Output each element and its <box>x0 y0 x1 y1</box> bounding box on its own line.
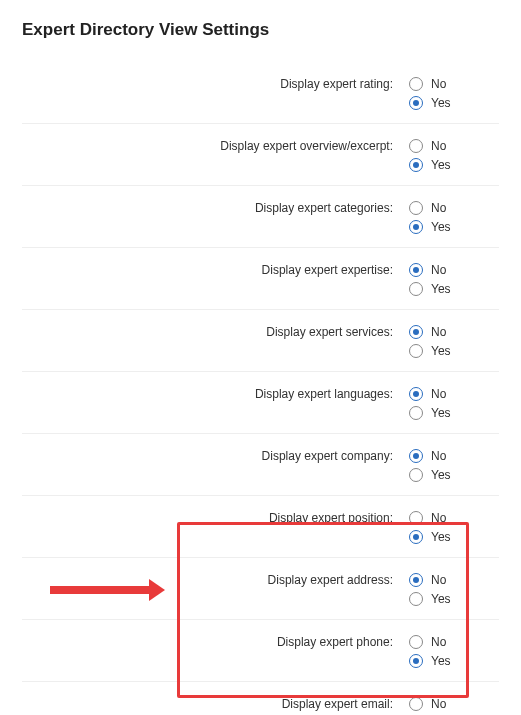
radio-label: Yes <box>431 342 451 360</box>
radio-label: No <box>431 695 446 713</box>
radio-option-no[interactable]: No <box>409 385 499 403</box>
page-title: Expert Directory View Settings <box>22 20 499 40</box>
radio-label: No <box>431 571 446 589</box>
radio-icon[interactable] <box>409 158 423 172</box>
setting-row-overview: Display expert overview/excerpt:NoYes <box>22 123 499 185</box>
radio-option-no[interactable]: No <box>409 695 499 713</box>
radio-label: Yes <box>431 590 451 608</box>
radio-icon[interactable] <box>409 406 423 420</box>
setting-options: NoYes <box>409 447 499 485</box>
radio-option-yes[interactable]: Yes <box>409 528 499 546</box>
radio-icon[interactable] <box>409 96 423 110</box>
radio-option-no[interactable]: No <box>409 447 499 465</box>
setting-label: Display expert address: <box>22 571 409 587</box>
setting-row-email: Display expert email:NoYes <box>22 681 499 715</box>
setting-label: Display expert overview/excerpt: <box>22 137 409 153</box>
setting-label: Display expert expertise: <box>22 261 409 277</box>
setting-options: NoYes <box>409 385 499 423</box>
radio-icon[interactable] <box>409 263 423 277</box>
settings-container: Expert Directory View Settings Display e… <box>0 0 521 715</box>
setting-options: NoYes <box>409 137 499 175</box>
radio-icon[interactable] <box>409 344 423 358</box>
radio-icon[interactable] <box>409 468 423 482</box>
setting-row-rating: Display expert rating:NoYes <box>22 62 499 123</box>
setting-row-services: Display expert services:NoYes <box>22 309 499 371</box>
radio-icon[interactable] <box>409 654 423 668</box>
radio-option-no[interactable]: No <box>409 633 499 651</box>
setting-row-expertise: Display expert expertise:NoYes <box>22 247 499 309</box>
radio-option-no[interactable]: No <box>409 323 499 341</box>
radio-icon[interactable] <box>409 139 423 153</box>
radio-icon[interactable] <box>409 325 423 339</box>
radio-icon[interactable] <box>409 449 423 463</box>
radio-option-yes[interactable]: Yes <box>409 280 499 298</box>
radio-label: No <box>431 447 446 465</box>
radio-option-no[interactable]: No <box>409 199 499 217</box>
radio-option-yes[interactable]: Yes <box>409 590 499 608</box>
radio-label: No <box>431 199 446 217</box>
setting-label: Display expert phone: <box>22 633 409 649</box>
setting-row-languages: Display expert languages:NoYes <box>22 371 499 433</box>
radio-option-yes[interactable]: Yes <box>409 218 499 236</box>
setting-label: Display expert email: <box>22 695 409 711</box>
radio-label: No <box>431 633 446 651</box>
radio-label: Yes <box>431 652 451 670</box>
radio-option-no[interactable]: No <box>409 509 499 527</box>
radio-option-yes[interactable]: Yes <box>409 652 499 670</box>
radio-label: Yes <box>431 280 451 298</box>
radio-option-yes[interactable]: Yes <box>409 404 499 422</box>
setting-row-categories: Display expert categories:NoYes <box>22 185 499 247</box>
setting-row-address: Display expert address:NoYes <box>22 557 499 619</box>
setting-options: NoYes <box>409 323 499 361</box>
radio-label: No <box>431 137 446 155</box>
radio-option-no[interactable]: No <box>409 571 499 589</box>
radio-icon[interactable] <box>409 282 423 296</box>
radio-icon[interactable] <box>409 387 423 401</box>
setting-label: Display expert languages: <box>22 385 409 401</box>
setting-options: NoYes <box>409 571 499 609</box>
radio-label: No <box>431 385 446 403</box>
setting-options: NoYes <box>409 261 499 299</box>
setting-options: NoYes <box>409 633 499 671</box>
setting-label: Display expert services: <box>22 323 409 339</box>
radio-label: Yes <box>431 156 451 174</box>
radio-option-yes[interactable]: Yes <box>409 466 499 484</box>
radio-icon[interactable] <box>409 220 423 234</box>
setting-label: Display expert categories: <box>22 199 409 215</box>
setting-label: Display expert rating: <box>22 75 409 91</box>
setting-row-position: Display expert position:NoYes <box>22 495 499 557</box>
setting-options: NoYes <box>409 695 499 715</box>
radio-icon[interactable] <box>409 592 423 606</box>
radio-option-no[interactable]: No <box>409 137 499 155</box>
radio-option-no[interactable]: No <box>409 261 499 279</box>
radio-label: Yes <box>431 218 451 236</box>
setting-row-phone: Display expert phone:NoYes <box>22 619 499 681</box>
radio-icon[interactable] <box>409 530 423 544</box>
radio-label: No <box>431 323 446 341</box>
settings-list: Display expert rating:NoYesDisplay exper… <box>22 62 499 715</box>
radio-option-no[interactable]: No <box>409 75 499 93</box>
radio-option-yes[interactable]: Yes <box>409 342 499 360</box>
radio-label: Yes <box>431 94 451 112</box>
setting-options: NoYes <box>409 75 499 113</box>
radio-label: No <box>431 261 446 279</box>
setting-options: NoYes <box>409 509 499 547</box>
radio-icon[interactable] <box>409 201 423 215</box>
setting-row-company: Display expert company:NoYes <box>22 433 499 495</box>
radio-icon[interactable] <box>409 697 423 711</box>
radio-option-yes[interactable]: Yes <box>409 156 499 174</box>
radio-label: Yes <box>431 466 451 484</box>
setting-options: NoYes <box>409 199 499 237</box>
radio-icon[interactable] <box>409 511 423 525</box>
radio-icon[interactable] <box>409 635 423 649</box>
radio-option-yes[interactable]: Yes <box>409 94 499 112</box>
setting-label: Display expert company: <box>22 447 409 463</box>
radio-label: Yes <box>431 528 451 546</box>
radio-icon[interactable] <box>409 573 423 587</box>
radio-label: No <box>431 509 446 527</box>
radio-label: No <box>431 75 446 93</box>
radio-label: Yes <box>431 404 451 422</box>
radio-icon[interactable] <box>409 77 423 91</box>
setting-label: Display expert position: <box>22 509 409 525</box>
